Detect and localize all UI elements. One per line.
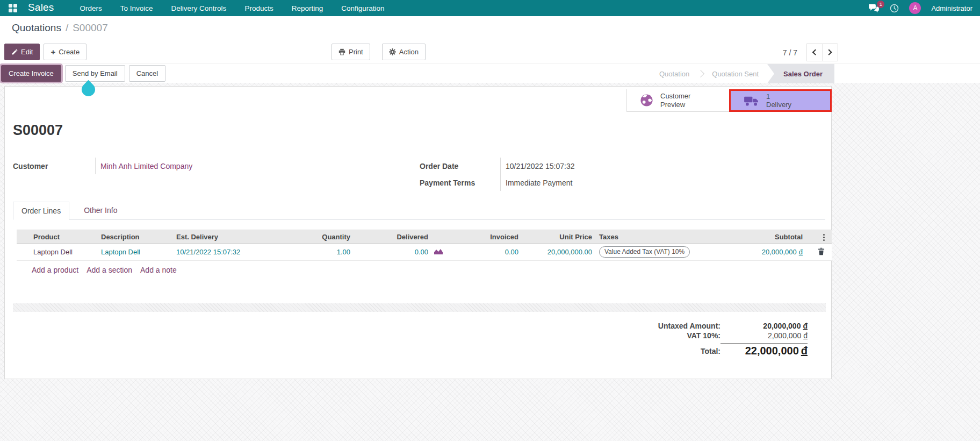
column-header-quantity[interactable]: Quantity (287, 233, 352, 241)
top-navbar: Sales Orders To Invoice Delivery Control… (0, 0, 980, 16)
totals-block: Untaxed Amount: 20,000,000đ VAT 10%: 2,0… (658, 322, 808, 357)
main-menu: Orders To Invoice Delivery Controls Prod… (80, 4, 385, 12)
send-by-email-button[interactable]: Send by Email (65, 65, 125, 82)
customer-value[interactable]: Minh Anh Limited Company (100, 158, 192, 174)
customer-preview-line1: Customer (660, 92, 690, 101)
add-a-section-link[interactable]: Add a section (87, 266, 132, 274)
column-header-description[interactable]: Description (99, 233, 174, 241)
avatar[interactable]: A (909, 2, 921, 14)
breadcrumb-separator: / (66, 22, 68, 34)
tax-pill[interactable]: Value Added Tax (VAT) 10% (599, 246, 690, 258)
action-button[interactable]: Action (382, 44, 426, 60)
table-header-row: Product Description Est. Delivery Quanti… (17, 230, 832, 244)
menu-products[interactable]: Products (244, 4, 273, 12)
trash-icon[interactable] (818, 247, 825, 255)
edit-button[interactable]: Edit (4, 44, 40, 60)
menu-to-invoice[interactable]: To Invoice (120, 4, 153, 12)
table-row[interactable]: Laptopn Dell Laptopn Dell 10/21/2022 15:… (17, 244, 832, 261)
order-date-label: Order Date (420, 158, 500, 174)
pager: 7 / 7 (783, 44, 838, 61)
total-separator (720, 343, 808, 344)
stage-quotation[interactable]: Quotation (651, 64, 698, 83)
chevron-left-icon (812, 49, 818, 56)
stage-pipeline: Quotation Quotation Sent Sales Order (651, 64, 834, 83)
add-a-product-link[interactable]: Add a product (32, 266, 78, 274)
plus-icon: + (51, 49, 55, 55)
breadcrumb-current: S00007 (73, 22, 108, 34)
column-header-taxes[interactable]: Taxes (594, 233, 730, 241)
tab-other-info[interactable]: Other Info (76, 202, 125, 220)
customer-field-group: Customer Minh Anh Limited Company (13, 158, 192, 174)
column-header-invoiced[interactable]: Invoiced (449, 233, 521, 241)
user-name[interactable]: Administrator (931, 4, 972, 12)
order-date-value: 10/21/2022 15:07:32 (506, 158, 574, 174)
payment-terms-value: Immediate Payment (506, 174, 574, 191)
cell-quantity[interactable]: 1.00 (287, 248, 352, 256)
cell-product[interactable]: Laptopn Dell (31, 248, 99, 256)
column-header-subtotal[interactable]: Subtotal (730, 233, 805, 241)
menu-orders[interactable]: Orders (80, 4, 102, 12)
forecast-chart-icon[interactable] (434, 248, 443, 254)
print-button[interactable]: Print (332, 44, 370, 60)
create-invoice-button[interactable]: Create Invoice (1, 65, 61, 82)
action-label: Action (399, 48, 419, 56)
delivery-smart-button[interactable]: 1 Delivery (729, 89, 832, 112)
delivery-count: 1 (766, 93, 791, 101)
customer-label: Customer (13, 158, 95, 174)
pager-previous-button[interactable] (806, 44, 822, 61)
gear-icon (389, 48, 396, 55)
pager-next-button[interactable] (822, 44, 838, 61)
navbar-right: 1 A Administrator (868, 2, 972, 14)
create-label: Create (59, 48, 80, 56)
globe-icon (640, 94, 653, 107)
optional-columns-icon[interactable] (823, 234, 825, 241)
add-a-note-link[interactable]: Add a note (140, 266, 177, 274)
column-header-product[interactable]: Product (31, 233, 99, 241)
print-label: Print (349, 48, 363, 56)
tab-order-lines[interactable]: Order Lines (13, 202, 69, 220)
menu-configuration[interactable]: Configuration (341, 4, 384, 12)
order-info-field-group: Order Date Payment Terms 10/21/2022 15:0… (420, 158, 574, 191)
subtotal-amount: 20,000,000 (762, 248, 797, 256)
stage-sales-order[interactable]: Sales Order (767, 64, 834, 83)
column-header-delivered[interactable]: Delivered (352, 233, 430, 241)
stage-quotation-sent[interactable]: Quotation Sent (703, 64, 767, 83)
create-button[interactable]: + Create (44, 44, 87, 60)
breadcrumb: Quotations / S00007 (0, 16, 980, 40)
apps-menu-icon[interactable] (9, 4, 17, 12)
sales-order-page: Sales Orders To Invoice Delivery Control… (0, 0, 980, 441)
cell-est-delivery[interactable]: 10/21/2022 15:07:32 (174, 248, 287, 256)
column-header-est-delivery[interactable]: Est. Delivery (174, 233, 287, 241)
menu-reporting[interactable]: Reporting (292, 4, 323, 12)
total-value: 22,000,000đ (720, 345, 808, 357)
customer-preview-button[interactable]: Customer Preview (626, 89, 729, 112)
pager-count: 7 / 7 (783, 48, 797, 57)
cell-unit-price[interactable]: 20,000,000.00 (521, 248, 594, 256)
delivery-label: Delivery (766, 101, 791, 109)
edit-label: Edit (21, 48, 33, 56)
truck-icon (744, 95, 759, 106)
customer-preview-line2: Preview (660, 101, 690, 109)
payment-terms-label: Payment Terms (420, 174, 500, 191)
order-lines-table: Product Description Est. Delivery Quanti… (17, 230, 832, 274)
column-header-unit-price[interactable]: Unit Price (521, 233, 594, 241)
form-sheet: Customer Preview 1 Delivery S00007 (4, 86, 832, 379)
vat-label: VAT 10%: (658, 331, 720, 340)
smart-buttons: Customer Preview 1 Delivery (626, 89, 832, 112)
messages-icon[interactable]: 1 (868, 4, 880, 13)
untaxed-amount-value: 20,000,000đ (720, 322, 808, 330)
chevron-right-icon (826, 49, 833, 56)
cell-description[interactable]: Laptopn Dell (99, 248, 174, 256)
menu-delivery-controls[interactable]: Delivery Controls (171, 4, 227, 12)
cell-subtotal: 20,000,000đ (730, 248, 805, 256)
section-separator (13, 303, 826, 312)
notebook-tabs: Order Lines Other Info (13, 202, 825, 220)
cell-delivered[interactable]: 0.00 (352, 248, 430, 256)
cell-invoiced[interactable]: 0.00 (449, 248, 521, 256)
breadcrumb-quotations[interactable]: Quotations (12, 22, 61, 34)
printer-icon (338, 48, 345, 55)
app-name[interactable]: Sales (28, 2, 54, 13)
activities-icon[interactable] (890, 4, 899, 13)
statusbar: Create Invoice Send by Email Cancel Quot… (0, 63, 980, 83)
cancel-button[interactable]: Cancel (129, 65, 165, 82)
